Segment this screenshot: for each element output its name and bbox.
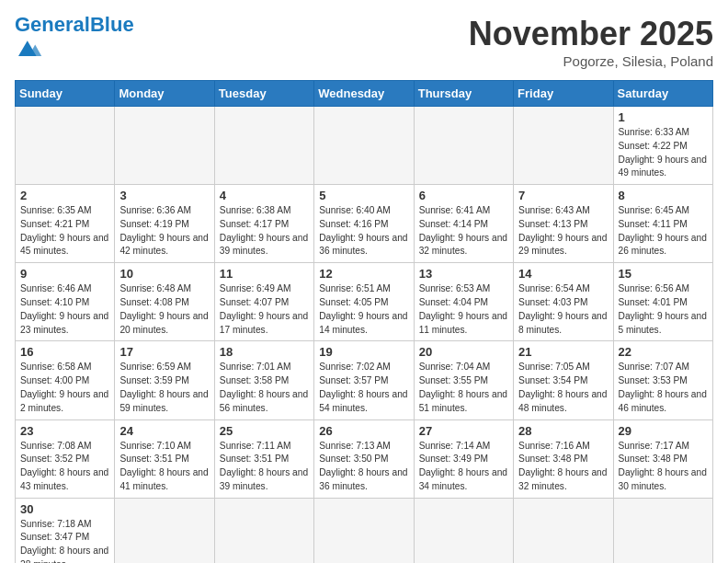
calendar-cell — [314, 107, 414, 185]
calendar-cell: 9Sunrise: 6:46 AM Sunset: 4:10 PM Daylig… — [16, 263, 115, 341]
day-number: 20 — [419, 345, 508, 359]
calendar-cell: 22Sunrise: 7:07 AM Sunset: 3:53 PM Dayli… — [613, 341, 712, 419]
day-info: Sunrise: 7:10 AM Sunset: 3:51 PM Dayligh… — [119, 440, 209, 494]
day-info: Sunrise: 7:04 AM Sunset: 3:55 PM Dayligh… — [419, 361, 508, 415]
day-info: Sunrise: 6:58 AM Sunset: 4:00 PM Dayligh… — [20, 361, 109, 415]
calendar-cell — [613, 498, 712, 563]
day-number: 1 — [619, 110, 708, 124]
col-header-monday: Monday — [115, 81, 214, 107]
day-number: 27 — [419, 424, 508, 438]
logo: GeneralBlue — [15, 15, 134, 64]
calendar-week-5: 30Sunrise: 7:18 AM Sunset: 3:47 PM Dayli… — [16, 498, 713, 563]
calendar-cell: 13Sunrise: 6:53 AM Sunset: 4:04 PM Dayli… — [414, 263, 513, 341]
day-number: 24 — [119, 424, 209, 438]
day-number: 12 — [319, 267, 408, 281]
day-number: 30 — [20, 502, 109, 516]
calendar-week-3: 16Sunrise: 6:58 AM Sunset: 4:00 PM Dayli… — [16, 341, 713, 419]
col-header-friday: Friday — [514, 81, 613, 107]
calendar-cell: 24Sunrise: 7:10 AM Sunset: 3:51 PM Dayli… — [115, 419, 214, 498]
calendar-cell: 14Sunrise: 6:54 AM Sunset: 4:03 PM Dayli… — [514, 263, 613, 341]
calendar-cell: 6Sunrise: 6:41 AM Sunset: 4:14 PM Daylig… — [414, 185, 513, 263]
day-number: 25 — [220, 424, 309, 438]
calendar-cell: 17Sunrise: 6:59 AM Sunset: 3:59 PM Dayli… — [115, 341, 214, 419]
calendar-cell: 15Sunrise: 6:56 AM Sunset: 4:01 PM Dayli… — [613, 263, 712, 341]
day-info: Sunrise: 6:51 AM Sunset: 4:05 PM Dayligh… — [319, 282, 408, 337]
calendar-cell: 26Sunrise: 7:13 AM Sunset: 3:50 PM Dayli… — [314, 419, 414, 498]
day-number: 8 — [619, 189, 708, 202]
calendar-cell: 20Sunrise: 7:04 AM Sunset: 3:55 PM Dayli… — [414, 341, 513, 419]
day-number: 4 — [220, 189, 309, 202]
calendar-cell: 5Sunrise: 6:40 AM Sunset: 4:16 PM Daylig… — [314, 185, 414, 263]
logo-icon — [18, 35, 44, 61]
calendar-cell: 4Sunrise: 6:38 AM Sunset: 4:17 PM Daylig… — [214, 185, 313, 263]
day-number: 23 — [20, 424, 109, 438]
day-info: Sunrise: 6:49 AM Sunset: 4:07 PM Dayligh… — [220, 282, 309, 337]
day-number: 18 — [220, 345, 309, 359]
day-number: 19 — [319, 345, 408, 359]
day-info: Sunrise: 6:46 AM Sunset: 4:10 PM Dayligh… — [20, 282, 109, 337]
calendar-cell: 7Sunrise: 6:43 AM Sunset: 4:13 PM Daylig… — [514, 185, 613, 263]
day-info: Sunrise: 6:40 AM Sunset: 4:16 PM Dayligh… — [319, 204, 408, 259]
calendar-cell — [115, 498, 214, 563]
day-number: 2 — [20, 189, 109, 202]
day-number: 3 — [119, 189, 209, 202]
day-info: Sunrise: 6:33 AM Sunset: 4:22 PM Dayligh… — [619, 126, 708, 180]
day-number: 26 — [319, 424, 408, 438]
calendar-cell — [514, 498, 613, 563]
day-number: 17 — [119, 345, 209, 359]
col-header-tuesday: Tuesday — [214, 81, 313, 107]
calendar-cell — [16, 107, 115, 185]
day-number: 29 — [619, 424, 708, 438]
calendar-cell: 8Sunrise: 6:45 AM Sunset: 4:11 PM Daylig… — [613, 185, 712, 263]
day-number: 16 — [20, 345, 109, 359]
day-info: Sunrise: 6:36 AM Sunset: 4:19 PM Dayligh… — [119, 204, 209, 259]
calendar-cell: 16Sunrise: 6:58 AM Sunset: 4:00 PM Dayli… — [16, 341, 115, 419]
day-number: 15 — [619, 267, 708, 281]
logo-blue: Blue — [90, 13, 134, 36]
col-header-sunday: Sunday — [16, 81, 115, 107]
calendar-week-4: 23Sunrise: 7:08 AM Sunset: 3:52 PM Dayli… — [16, 419, 713, 498]
calendar-cell — [414, 107, 513, 185]
day-number: 11 — [220, 267, 309, 281]
calendar-cell — [214, 498, 313, 563]
day-info: Sunrise: 6:38 AM Sunset: 4:17 PM Dayligh… — [220, 204, 309, 259]
day-info: Sunrise: 7:17 AM Sunset: 3:48 PM Dayligh… — [619, 440, 708, 494]
calendar-cell — [414, 498, 513, 563]
calendar-cell — [115, 107, 214, 185]
day-number: 10 — [119, 267, 209, 281]
day-info: Sunrise: 6:41 AM Sunset: 4:14 PM Dayligh… — [419, 204, 508, 259]
calendar-cell: 11Sunrise: 6:49 AM Sunset: 4:07 PM Dayli… — [214, 263, 313, 341]
calendar-week-0: 1Sunrise: 6:33 AM Sunset: 4:22 PM Daylig… — [16, 107, 713, 185]
calendar-week-1: 2Sunrise: 6:35 AM Sunset: 4:21 PM Daylig… — [16, 185, 713, 263]
calendar-cell — [314, 498, 414, 563]
day-info: Sunrise: 6:59 AM Sunset: 3:59 PM Dayligh… — [119, 361, 209, 415]
logo-general: General — [15, 13, 90, 36]
day-info: Sunrise: 6:56 AM Sunset: 4:01 PM Dayligh… — [619, 282, 708, 337]
day-info: Sunrise: 6:54 AM Sunset: 4:03 PM Dayligh… — [518, 282, 608, 337]
calendar-cell: 2Sunrise: 6:35 AM Sunset: 4:21 PM Daylig… — [16, 185, 115, 263]
day-info: Sunrise: 7:05 AM Sunset: 3:54 PM Dayligh… — [518, 361, 608, 415]
calendar-cell: 1Sunrise: 6:33 AM Sunset: 4:22 PM Daylig… — [613, 107, 712, 185]
day-number: 22 — [619, 345, 708, 359]
calendar-cell: 12Sunrise: 6:51 AM Sunset: 4:05 PM Dayli… — [314, 263, 414, 341]
day-info: Sunrise: 7:14 AM Sunset: 3:49 PM Dayligh… — [419, 440, 508, 494]
calendar-cell: 30Sunrise: 7:18 AM Sunset: 3:47 PM Dayli… — [16, 498, 115, 563]
day-info: Sunrise: 6:53 AM Sunset: 4:04 PM Dayligh… — [419, 282, 508, 337]
calendar-cell — [214, 107, 313, 185]
calendar-cell — [514, 107, 613, 185]
day-number: 13 — [419, 267, 508, 281]
day-info: Sunrise: 6:35 AM Sunset: 4:21 PM Dayligh… — [20, 204, 109, 259]
calendar-cell: 25Sunrise: 7:11 AM Sunset: 3:51 PM Dayli… — [214, 419, 313, 498]
day-info: Sunrise: 7:08 AM Sunset: 3:52 PM Dayligh… — [20, 440, 109, 494]
day-info: Sunrise: 6:43 AM Sunset: 4:13 PM Dayligh… — [518, 204, 608, 259]
col-header-wednesday: Wednesday — [314, 81, 414, 107]
day-number: 9 — [20, 267, 109, 281]
day-number: 14 — [518, 267, 608, 281]
day-info: Sunrise: 7:07 AM Sunset: 3:53 PM Dayligh… — [619, 361, 708, 415]
day-info: Sunrise: 6:45 AM Sunset: 4:11 PM Dayligh… — [619, 204, 708, 259]
day-info: Sunrise: 7:13 AM Sunset: 3:50 PM Dayligh… — [319, 440, 408, 494]
day-info: Sunrise: 6:48 AM Sunset: 4:08 PM Dayligh… — [119, 282, 209, 337]
day-number: 21 — [518, 345, 608, 359]
day-info: Sunrise: 7:18 AM Sunset: 3:47 PM Dayligh… — [20, 518, 109, 563]
calendar-cell: 3Sunrise: 6:36 AM Sunset: 4:19 PM Daylig… — [115, 185, 214, 263]
